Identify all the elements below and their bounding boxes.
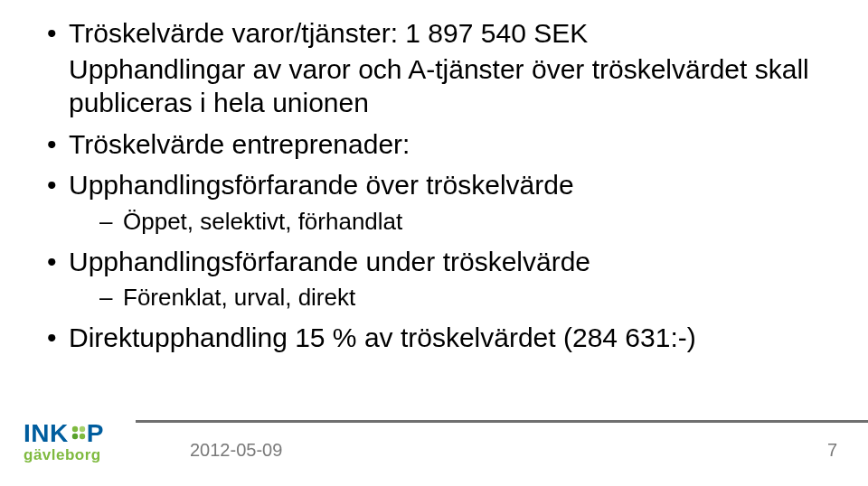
- bullet-list: Tröskelvärde varor/tjänster: 1 897 540 S…: [45, 16, 832, 355]
- bullet-title: Upphandlingsförfarande under tröskelvärd…: [69, 247, 590, 276]
- logo-dots-icon: [71, 420, 87, 436]
- slide: Tröskelvärde varor/tjänster: 1 897 540 S…: [0, 0, 868, 486]
- bullet-item: Tröskelvärde varor/tjänster: 1 897 540 S…: [45, 16, 832, 120]
- svg-point-1: [80, 426, 85, 432]
- bullet-item: Upphandlingsförfarande under tröskelvärd…: [45, 245, 832, 314]
- dash-text: Förenklat, urval, direkt: [123, 284, 355, 311]
- logo-line1: INK P: [24, 421, 130, 446]
- bullet-title: Tröskelvärde varor/tjänster: 1 897 540 S…: [69, 18, 588, 48]
- inkop-gavleborg-logo: INK P gävleborg: [24, 421, 130, 472]
- dash-item: Öppet, selektivt, förhandlat: [99, 206, 832, 238]
- bullet-item: Direktupphandling 15 % av tröskelvärdet …: [45, 321, 832, 355]
- footer-page-number: 7: [827, 440, 837, 461]
- logo-text-p: P: [87, 421, 104, 446]
- dash-list: Öppet, selektivt, förhandlat: [69, 206, 832, 238]
- footer-date: 2012-05-09: [190, 440, 282, 461]
- footer-divider: [136, 420, 868, 423]
- bullet-item: Tröskelvärde entreprenader:: [45, 127, 832, 162]
- bullet-item: Upphandlingsförfarande över tröskelvärde…: [45, 168, 832, 238]
- svg-point-2: [72, 434, 78, 439]
- dash-text: Öppet, selektivt, förhandlat: [123, 208, 402, 235]
- bullet-subtext: Upphandlingar av varor och A-tjänster öv…: [69, 52, 832, 120]
- logo-text-ink: INK: [24, 421, 69, 446]
- dash-item: Förenklat, urval, direkt: [99, 282, 832, 313]
- content-area: Tröskelvärde varor/tjänster: 1 897 540 S…: [45, 16, 832, 362]
- bullet-title: Direktupphandling 15 % av tröskelvärdet …: [69, 322, 696, 352]
- svg-point-0: [72, 426, 78, 432]
- dash-list: Förenklat, urval, direkt: [69, 282, 832, 313]
- logo-line2: gävleborg: [24, 447, 130, 463]
- bullet-title: Tröskelvärde entreprenader:: [69, 129, 410, 159]
- bullet-title: Upphandlingsförfarande över tröskelvärde: [69, 170, 574, 200]
- svg-point-3: [80, 434, 85, 439]
